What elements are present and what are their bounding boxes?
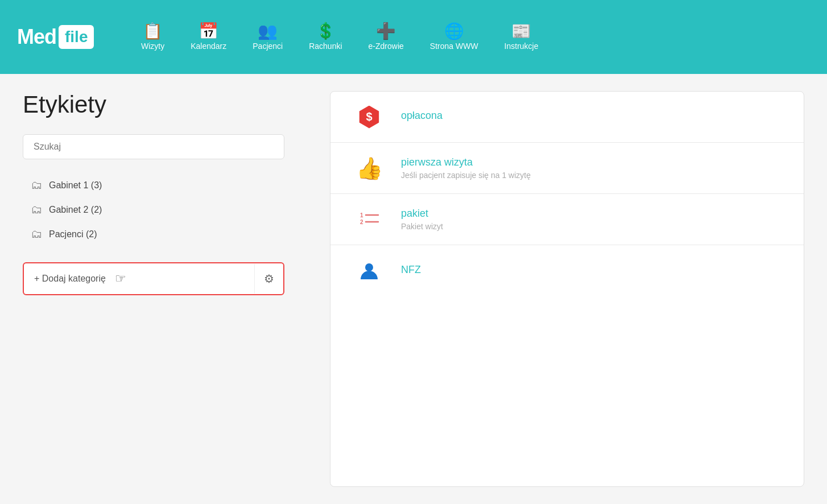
e-zdrowie-icon: ➕	[376, 23, 396, 39]
label-name: opłacona	[401, 110, 788, 122]
folder-icon: 🗂	[31, 179, 42, 192]
svg-text:1: 1	[360, 212, 363, 218]
nav-item-strona-www[interactable]: 🌐 Strona WWW	[420, 19, 489, 55]
logo: Med file	[17, 25, 108, 49]
pacjenci-icon: 👥	[258, 23, 278, 39]
folder-item[interactable]: 🗂 Gabinet 1 (3)	[23, 173, 313, 197]
strona-www-icon: 🌐	[444, 23, 464, 39]
folder-name: Gabinet 2 (2)	[49, 205, 102, 215]
label-name: NFZ	[401, 264, 788, 276]
label-content: NFZ	[392, 264, 788, 278]
svg-text:2: 2	[360, 219, 363, 225]
left-panel: Etykiety 🗂 Gabinet 1 (3) 🗂 Gabinet 2 (2)…	[23, 91, 330, 487]
label-row[interactable]: NFZ	[330, 245, 804, 296]
right-panel: $ opłacona 👍 pierwsza wizyta Jeśli pacje…	[330, 91, 804, 487]
folder-name: Pacjenci (2)	[49, 229, 97, 239]
thumbsup-icon: 👍	[356, 156, 383, 181]
label-icon-area: 👍	[346, 156, 392, 181]
nav-item-instrukcje[interactable]: 📰 Instrukcje	[494, 19, 549, 55]
folder-icon: 🗂	[31, 203, 42, 216]
instrukcje-icon: 📰	[511, 23, 531, 39]
search-input[interactable]	[23, 134, 284, 159]
folder-item[interactable]: 🗂 Gabinet 2 (2)	[23, 197, 313, 222]
folder-icon: 🗂	[31, 228, 42, 241]
nav-item-wizyty[interactable]: 📋 Wizyty	[131, 19, 175, 55]
label-icon-area	[346, 260, 392, 282]
label-content: pierwsza wizyta Jeśli pacjent zapisuje s…	[392, 156, 788, 180]
svg-point-4	[365, 263, 373, 271]
label-content: opłacona	[392, 110, 788, 124]
add-category-button[interactable]: + Dodaj kategorię ☞	[24, 263, 254, 294]
label-name: pierwsza wizyta	[401, 156, 788, 168]
label-description: Jeśli pacjent zapisuje się na 1 wizytę	[401, 171, 788, 180]
label-row[interactable]: 1 2 pakiet Pakiet wizyt	[330, 194, 804, 245]
kalendarz-icon: 📅	[199, 23, 218, 39]
label-row[interactable]: $ opłacona	[330, 92, 804, 143]
label-name: pakiet	[401, 208, 788, 220]
add-category-label: + Dodaj kategorię	[34, 274, 106, 284]
label-icon-area: $	[346, 106, 392, 129]
nav-item-rachunki[interactable]: 💲 Rachunki	[299, 19, 352, 55]
rachunki-label: Rachunki	[309, 42, 342, 51]
label-content: pakiet Pakiet wizyt	[392, 208, 788, 231]
wizyty-icon: 📋	[143, 23, 163, 39]
wizyty-label: Wizyty	[141, 42, 164, 51]
folder-name: Gabinet 1 (3)	[49, 180, 102, 191]
nav-item-kalendarz[interactable]: 📅 Kalendarz	[180, 19, 237, 55]
person-icon	[358, 260, 380, 282]
instrukcje-label: Instrukcje	[505, 42, 539, 51]
gear-icon: ⚙	[264, 272, 274, 285]
folder-item[interactable]: 🗂 Pacjenci (2)	[23, 222, 313, 246]
kalendarz-label: Kalendarz	[191, 42, 226, 51]
cursor-icon: ☞	[115, 271, 126, 286]
logo-file: file	[59, 25, 94, 49]
ordered-list-icon: 1 2	[359, 209, 379, 230]
rachunki-icon: 💲	[316, 23, 336, 39]
nav-item-e-zdrowie[interactable]: ➕ e-Zdrowie	[358, 19, 414, 55]
nav-item-pacjenci[interactable]: 👥 Pacjenci	[242, 19, 293, 55]
folder-list: 🗂 Gabinet 1 (3) 🗂 Gabinet 2 (2) 🗂 Pacjen…	[23, 173, 313, 246]
label-row[interactable]: 👍 pierwsza wizyta Jeśli pacjent zapisuje…	[330, 143, 804, 194]
page-title: Etykiety	[23, 91, 313, 118]
dollar-badge-icon: $	[358, 106, 381, 129]
main-content: Etykiety 🗂 Gabinet 1 (3) 🗂 Gabinet 2 (2)…	[0, 74, 827, 504]
add-category-row: + Dodaj kategorię ☞ ⚙	[23, 262, 284, 295]
logo-med: Med	[17, 25, 56, 49]
pacjenci-label: Pacjenci	[253, 42, 283, 51]
header: Med file 📋 Wizyty 📅 Kalendarz 👥 Pacjenci…	[0, 0, 827, 74]
e-zdrowie-label: e-Zdrowie	[369, 42, 404, 51]
main-nav: 📋 Wizyty 📅 Kalendarz 👥 Pacjenci 💲 Rachun…	[131, 19, 810, 55]
label-icon-area: 1 2	[346, 209, 392, 230]
label-description: Pakiet wizyt	[401, 222, 788, 231]
settings-button[interactable]: ⚙	[254, 264, 283, 294]
strona-www-label: Strona WWW	[430, 42, 478, 51]
